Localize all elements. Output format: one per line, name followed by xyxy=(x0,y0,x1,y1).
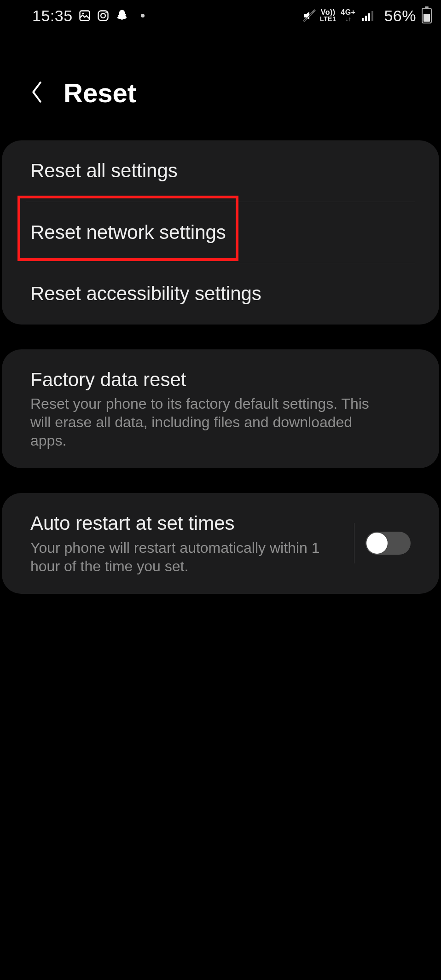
reset-all-settings-row[interactable]: Reset all settings xyxy=(2,140,439,202)
gallery-icon xyxy=(78,9,91,22)
volte-indicator: Vo)) LTE1 xyxy=(320,9,336,22)
row-title: Auto restart at set times xyxy=(30,511,343,536)
svg-rect-7 xyxy=(362,18,364,21)
snapchat-icon xyxy=(115,9,129,23)
vertical-divider xyxy=(354,523,354,563)
reset-options-group: Reset all settings Reset network setting… xyxy=(2,140,439,325)
battery-percentage: 56% xyxy=(384,7,416,25)
svg-rect-10 xyxy=(371,11,373,21)
signal-icon xyxy=(362,10,375,21)
status-bar: 15:35 xyxy=(0,0,441,31)
data-arrows: ↓↑ xyxy=(345,16,351,22)
clock: 15:35 xyxy=(32,7,73,25)
row-subtitle: Your phone will restart automatically wi… xyxy=(30,539,325,575)
network-type: 4G+ xyxy=(341,9,355,16)
status-left: 15:35 xyxy=(32,7,145,25)
status-right: Vo)) LTE1 4G+ ↓↑ 56% xyxy=(302,7,432,25)
mute-icon xyxy=(302,9,316,23)
row-subtitle: Reset your phone to its factory default … xyxy=(30,394,380,450)
volte-top: Vo)) xyxy=(321,9,336,16)
svg-rect-9 xyxy=(368,13,370,21)
reset-network-settings-row[interactable]: Reset network settings xyxy=(2,202,439,263)
reset-accessibility-settings-row[interactable]: Reset accessibility settings xyxy=(2,263,439,325)
svg-point-1 xyxy=(82,12,84,14)
svg-point-3 xyxy=(101,13,105,18)
auto-restart-toggle[interactable] xyxy=(366,532,411,555)
instagram-icon xyxy=(97,9,110,22)
more-notifications-dot xyxy=(141,14,145,17)
back-icon[interactable] xyxy=(29,80,45,106)
auto-restart-row[interactable]: Auto restart at set times Your phone wil… xyxy=(2,493,439,594)
toggle-knob xyxy=(366,533,388,554)
page-header: Reset xyxy=(0,31,441,140)
battery-icon xyxy=(422,8,432,23)
network-type-indicator: 4G+ ↓↑ xyxy=(341,9,355,22)
svg-rect-8 xyxy=(365,16,367,21)
factory-reset-group: Factory data reset Reset your phone to i… xyxy=(2,349,439,469)
auto-restart-group: Auto restart at set times Your phone wil… xyxy=(2,493,439,594)
factory-data-reset-row[interactable]: Factory data reset Reset your phone to i… xyxy=(2,349,439,469)
row-title: Reset network settings xyxy=(30,220,411,245)
page-title: Reset xyxy=(64,77,136,108)
volte-bottom: LTE1 xyxy=(320,16,336,22)
row-title: Reset accessibility settings xyxy=(30,282,411,306)
row-title: Factory data reset xyxy=(30,368,411,392)
settings-main: Reset all settings Reset network setting… xyxy=(0,140,441,619)
row-title: Reset all settings xyxy=(30,159,411,183)
svg-point-4 xyxy=(105,12,107,13)
